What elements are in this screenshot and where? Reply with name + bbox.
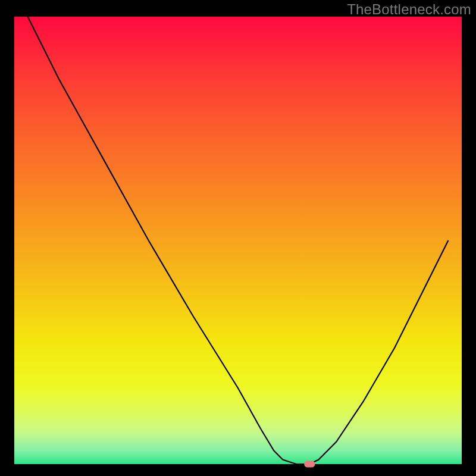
watermark-text: TheBottleneck.com	[347, 1, 471, 18]
optimal-marker	[304, 461, 315, 468]
bottleneck-chart	[0, 0, 476, 476]
chart-container: TheBottleneck.com	[0, 0, 476, 476]
plot-background	[14, 17, 462, 464]
